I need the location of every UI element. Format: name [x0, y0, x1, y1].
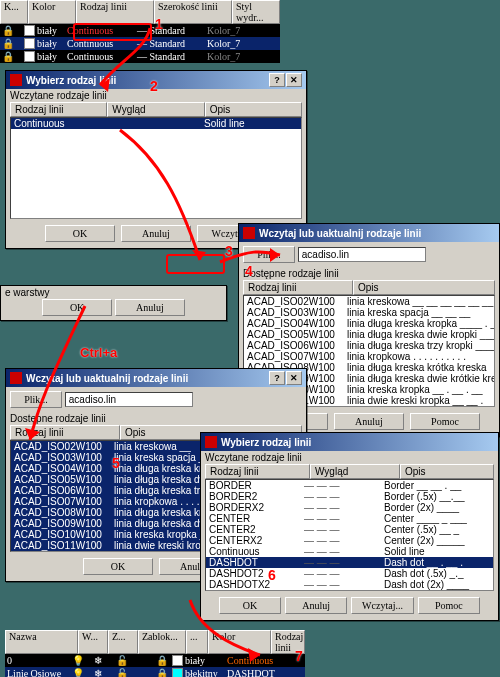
list-item[interactable]: ACAD_ISO04W100linia długa kreska kropka … [244, 318, 494, 329]
list-item[interactable]: ContinuousSolid line [11, 118, 301, 129]
list-item[interactable]: ACAD_ISO06W100linia długa kreska trzy kr… [244, 340, 494, 351]
col-color[interactable]: Kolor [208, 630, 271, 654]
load-button[interactable]: Wczytaj... [351, 597, 414, 614]
col-desc[interactable]: Opis [353, 280, 495, 295]
list-item[interactable]: BORDERX2— — —Border (2x) ____ [206, 502, 493, 513]
callout-7: 7 [295, 648, 303, 664]
list-item[interactable]: ACAD_ISO05W100linia długa kreska dwie kr… [244, 329, 494, 340]
app-icon [205, 436, 217, 448]
app-icon [10, 74, 22, 86]
help-icon[interactable]: ? [269, 73, 285, 87]
col-desc[interactable]: Opis [400, 464, 494, 479]
titlebar: Wczytaj lub uaktualnij rodzaje linii?✕ [6, 369, 306, 387]
title: Wczytaj lub uaktualnij rodzaje linii [259, 228, 421, 239]
titlebar: Wczytaj lub uaktualnij rodzaje linii [239, 224, 499, 242]
callout-4: 4 [245, 263, 253, 279]
titlebar: Wybierz rodzaj linii [201, 433, 498, 451]
layer-row[interactable]: 🔒białyContinuous— StandardKolor_7 [0, 50, 280, 63]
app-icon [243, 227, 255, 239]
col-name[interactable]: Nazwa [5, 630, 78, 654]
cancel-button[interactable]: Anuluj [334, 413, 404, 430]
col-look[interactable]: Wygląd [310, 464, 400, 479]
list-item[interactable]: DASHDOT— — —Dash dot __ . __ . [206, 557, 493, 568]
grid-header: Nazwa W... Z... Zablok... ... Kolor Rodz… [5, 630, 305, 654]
layer-row[interactable]: 0💡❄🔓🔒białyContinuous [5, 654, 305, 667]
col-ltype[interactable]: Rodzaj linii [10, 425, 120, 440]
highlight-box [166, 254, 225, 274]
col-desc[interactable]: Opis [205, 102, 302, 117]
file-button[interactable]: Plik... [10, 391, 62, 408]
list-item[interactable]: CENTER2— — —Center (.5x) __ _ [206, 524, 493, 535]
callout-1: 1 [155, 16, 163, 32]
cancel-button[interactable]: Anuluj [121, 225, 191, 242]
list-item[interactable]: DASHDOT2— — —Dash dot (.5x) _._ [206, 568, 493, 579]
col-ltype[interactable]: Rodzaj linii [205, 464, 310, 479]
select-linetype-dialog-2: Wybierz rodzaj linii Wczytane rodzaje li… [200, 432, 499, 621]
layer-strip: e warstwy OK Anuluj [0, 285, 227, 321]
callout-2: 2 [150, 78, 158, 94]
list-item[interactable]: CENTER— — —Center ____ _ ___ [206, 513, 493, 524]
ok-button[interactable]: OK [219, 597, 281, 614]
layer-row[interactable]: Linie Osiowe💡❄🔓🔒błękitnyDASHDOT [5, 667, 305, 677]
title: Wczytaj lub uaktualnij rodzaje linii [26, 373, 188, 384]
list-item[interactable]: DASHDOTX2— — —Dash dot (2x) ____ [206, 579, 493, 590]
col-k[interactable]: K... [0, 0, 28, 24]
callout-3: 3 [225, 243, 233, 259]
layers-grid-bottom: Nazwa W... Z... Zablok... ... Kolor Rodz… [5, 630, 305, 677]
list-item[interactable]: CENTERX2— — —Center (2x) _____ [206, 535, 493, 546]
list-item[interactable]: ACAD_ISO03W100linia kreska spacja __ __ … [244, 307, 494, 318]
col-ltype[interactable]: Rodzaj linii [243, 280, 353, 295]
list-item[interactable]: BORDER— — —Border __ __ . __ [206, 480, 493, 491]
loaded-label: Wczytane rodzaje linii [201, 451, 498, 464]
linetype-list[interactable]: BORDER— — —Border __ __ . __BORDER2— — —… [205, 479, 494, 591]
col-look[interactable]: Wygląd [107, 102, 204, 117]
col-color[interactable]: Kolor [28, 0, 76, 24]
col-ltype[interactable]: Rodzaj linii [10, 102, 107, 117]
callout-ctrla: Ctrl+a [80, 345, 117, 360]
list-item[interactable]: Continuous— — —Solid line [206, 546, 493, 557]
close-icon[interactable]: ✕ [286, 73, 302, 87]
help-button[interactable]: Pomoc [418, 597, 480, 614]
avail-label: Dostępne rodzaje linii [6, 412, 306, 425]
grid-header: K... Kolor Rodzaj linii Szerokość linii … [0, 0, 280, 24]
file-input[interactable]: acadiso.lin [65, 392, 193, 407]
col-style[interactable]: Styl wydr... [232, 0, 280, 24]
help-icon[interactable]: ? [269, 371, 285, 385]
list-item[interactable]: ACAD_ISO02W100linia kreskowa __ __ __ __… [244, 296, 494, 307]
file-input[interactable]: acadiso.lin [298, 247, 426, 262]
callout-6: 6 [268, 567, 276, 583]
linetype-list[interactable]: ContinuousSolid line [10, 117, 302, 219]
ok-button[interactable]: OK [83, 558, 153, 575]
title: Wybierz rodzaj linii [26, 75, 116, 86]
title: Wybierz rodzaj linii [221, 437, 311, 448]
col-ltype[interactable]: Rodzaj linii [76, 0, 154, 24]
app-icon [10, 372, 22, 384]
ok-button[interactable]: OK [42, 299, 112, 316]
cancel-button[interactable]: Anuluj [115, 299, 185, 316]
close-icon[interactable]: ✕ [286, 371, 302, 385]
ok-button[interactable]: OK [45, 225, 115, 242]
avail-label: Dostępne rodzaje linii [239, 267, 499, 280]
strip-label: e warstwy [1, 286, 226, 299]
help-button[interactable]: Pomoc [410, 413, 480, 430]
file-button[interactable]: Plik... [243, 246, 295, 263]
cancel-button[interactable]: Anuluj [285, 597, 347, 614]
callout-5: 5 [112, 455, 120, 471]
highlight-box [73, 23, 152, 41]
list-item[interactable]: ACAD_ISO07W100linia kropkowa . . . . . .… [244, 351, 494, 362]
list-item[interactable]: BORDER2— — —Border (.5x) __.__ [206, 491, 493, 502]
col-lw[interactable]: Szerokość linii [154, 0, 232, 24]
